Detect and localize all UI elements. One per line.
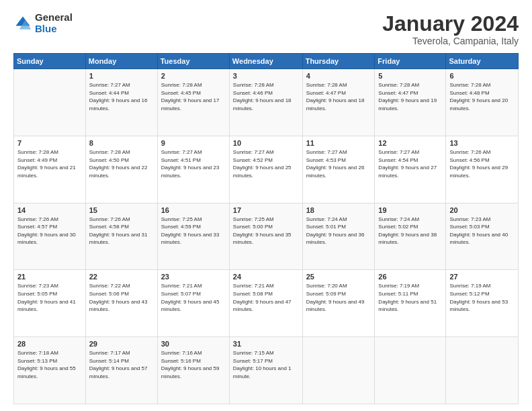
day-cell: 15Sunrise: 7:26 AMSunset: 4:58 PMDayligh…	[85, 203, 157, 270]
day-info: Sunrise: 7:23 AMSunset: 5:05 PMDaylight:…	[17, 282, 82, 313]
day-cell: 5Sunrise: 7:28 AMSunset: 4:47 PMDaylight…	[375, 69, 446, 136]
day-info: Sunrise: 7:23 AMSunset: 5:03 PMDaylight:…	[449, 216, 515, 246]
day-cell	[302, 337, 375, 404]
logo-text: General Blue	[35, 12, 73, 34]
day-info: Sunrise: 7:21 AMSunset: 5:08 PMDaylight:…	[233, 282, 299, 313]
day-number: 28	[17, 340, 82, 348]
day-info: Sunrise: 7:28 AMSunset: 4:45 PMDaylight:…	[161, 81, 226, 112]
day-cell: 24Sunrise: 7:21 AMSunset: 5:08 PMDayligh…	[229, 270, 302, 337]
day-number: 29	[89, 340, 154, 348]
day-info: Sunrise: 7:18 AMSunset: 5:13 PMDaylight:…	[17, 349, 82, 380]
week-row-2: 14Sunrise: 7:26 AMSunset: 4:57 PMDayligh…	[14, 203, 519, 270]
day-info: Sunrise: 7:19 AMSunset: 5:12 PMDaylight:…	[449, 282, 515, 313]
day-cell: 20Sunrise: 7:23 AMSunset: 5:03 PMDayligh…	[446, 203, 519, 270]
day-cell	[375, 337, 446, 404]
week-row-3: 21Sunrise: 7:23 AMSunset: 5:05 PMDayligh…	[14, 270, 519, 337]
week-row-0: 1Sunrise: 7:27 AMSunset: 4:44 PMDaylight…	[14, 69, 519, 136]
day-number: 27	[449, 273, 515, 281]
day-cell: 14Sunrise: 7:26 AMSunset: 4:57 PMDayligh…	[14, 203, 86, 270]
col-header-friday: Friday	[375, 54, 446, 69]
month-title: January 2024	[382, 12, 519, 36]
day-info: Sunrise: 7:26 AMSunset: 4:58 PMDaylight:…	[89, 216, 154, 246]
day-info: Sunrise: 7:27 AMSunset: 4:51 PMDaylight:…	[161, 148, 226, 179]
col-header-tuesday: Tuesday	[157, 54, 229, 69]
day-info: Sunrise: 7:28 AMSunset: 4:49 PMDaylight:…	[17, 148, 82, 179]
day-number: 7	[17, 139, 82, 147]
header: General Blue January 2024 Teverola, Camp…	[13, 12, 519, 46]
col-header-monday: Monday	[85, 54, 157, 69]
day-number: 16	[161, 206, 226, 214]
day-info: Sunrise: 7:19 AMSunset: 5:11 PMDaylight:…	[378, 282, 442, 313]
day-number: 6	[449, 72, 515, 80]
day-cell: 7Sunrise: 7:28 AMSunset: 4:49 PMDaylight…	[14, 136, 86, 203]
location-title: Teverola, Campania, Italy	[382, 36, 519, 46]
day-info: Sunrise: 7:28 AMSunset: 4:48 PMDaylight:…	[449, 81, 515, 112]
day-number: 30	[161, 340, 226, 348]
day-info: Sunrise: 7:27 AMSunset: 4:53 PMDaylight:…	[306, 148, 371, 179]
day-cell: 13Sunrise: 7:26 AMSunset: 4:56 PMDayligh…	[446, 136, 519, 203]
day-number: 25	[306, 273, 371, 281]
logo: General Blue	[13, 12, 73, 34]
day-cell	[14, 69, 86, 136]
day-cell: 29Sunrise: 7:17 AMSunset: 5:14 PMDayligh…	[85, 337, 157, 404]
day-number: 20	[449, 206, 515, 214]
day-cell: 28Sunrise: 7:18 AMSunset: 5:13 PMDayligh…	[14, 337, 86, 404]
day-cell: 21Sunrise: 7:23 AMSunset: 5:05 PMDayligh…	[14, 270, 86, 337]
day-info: Sunrise: 7:24 AMSunset: 5:02 PMDaylight:…	[378, 216, 442, 246]
day-info: Sunrise: 7:24 AMSunset: 5:01 PMDaylight:…	[306, 216, 371, 246]
day-number: 11	[306, 139, 371, 147]
day-number: 4	[306, 72, 371, 80]
day-number: 18	[306, 206, 371, 214]
day-cell: 30Sunrise: 7:16 AMSunset: 5:16 PMDayligh…	[157, 337, 229, 404]
day-number: 31	[233, 340, 299, 348]
day-info: Sunrise: 7:27 AMSunset: 4:54 PMDaylight:…	[378, 148, 442, 179]
day-cell: 6Sunrise: 7:28 AMSunset: 4:48 PMDaylight…	[446, 69, 519, 136]
day-number: 23	[161, 273, 226, 281]
day-info: Sunrise: 7:15 AMSunset: 5:17 PMDaylight:…	[233, 349, 299, 380]
day-number: 12	[378, 139, 442, 147]
col-header-wednesday: Wednesday	[229, 54, 302, 69]
day-number: 17	[233, 206, 299, 214]
day-number: 13	[449, 139, 515, 147]
day-number: 1	[89, 72, 154, 80]
col-header-sunday: Sunday	[14, 54, 86, 69]
day-number: 5	[378, 72, 442, 80]
day-number: 21	[17, 273, 82, 281]
day-info: Sunrise: 7:25 AMSunset: 4:59 PMDaylight:…	[161, 216, 226, 246]
day-number: 2	[161, 72, 226, 80]
day-cell: 26Sunrise: 7:19 AMSunset: 5:11 PMDayligh…	[375, 270, 446, 337]
day-info: Sunrise: 7:27 AMSunset: 4:52 PMDaylight:…	[233, 148, 299, 179]
day-cell: 16Sunrise: 7:25 AMSunset: 4:59 PMDayligh…	[157, 203, 229, 270]
title-block: January 2024 Teverola, Campania, Italy	[382, 12, 519, 46]
day-info: Sunrise: 7:20 AMSunset: 5:09 PMDaylight:…	[306, 282, 371, 313]
day-info: Sunrise: 7:28 AMSunset: 4:47 PMDaylight:…	[306, 81, 371, 112]
day-cell: 25Sunrise: 7:20 AMSunset: 5:09 PMDayligh…	[302, 270, 375, 337]
week-row-4: 28Sunrise: 7:18 AMSunset: 5:13 PMDayligh…	[14, 337, 519, 404]
header-row: SundayMondayTuesdayWednesdayThursdayFrid…	[14, 54, 519, 69]
day-number: 8	[89, 139, 154, 147]
day-number: 3	[233, 72, 299, 80]
day-info: Sunrise: 7:26 AMSunset: 4:57 PMDaylight:…	[17, 216, 82, 246]
day-cell: 4Sunrise: 7:28 AMSunset: 4:47 PMDaylight…	[302, 69, 375, 136]
day-cell: 18Sunrise: 7:24 AMSunset: 5:01 PMDayligh…	[302, 203, 375, 270]
day-info: Sunrise: 7:22 AMSunset: 5:06 PMDaylight:…	[89, 282, 154, 313]
day-number: 19	[378, 206, 442, 214]
logo-blue: Blue	[35, 24, 73, 35]
day-cell: 12Sunrise: 7:27 AMSunset: 4:54 PMDayligh…	[375, 136, 446, 203]
day-info: Sunrise: 7:25 AMSunset: 5:00 PMDaylight:…	[233, 216, 299, 246]
day-number: 9	[161, 139, 226, 147]
day-cell: 1Sunrise: 7:27 AMSunset: 4:44 PMDaylight…	[85, 69, 157, 136]
day-info: Sunrise: 7:28 AMSunset: 4:50 PMDaylight:…	[89, 148, 154, 179]
day-info: Sunrise: 7:21 AMSunset: 5:07 PMDaylight:…	[161, 282, 226, 313]
day-number: 14	[17, 206, 82, 214]
day-number: 24	[233, 273, 299, 281]
col-header-saturday: Saturday	[446, 54, 519, 69]
week-row-1: 7Sunrise: 7:28 AMSunset: 4:49 PMDaylight…	[14, 136, 519, 203]
day-number: 22	[89, 273, 154, 281]
day-cell	[446, 337, 519, 404]
day-cell: 31Sunrise: 7:15 AMSunset: 5:17 PMDayligh…	[229, 337, 302, 404]
day-cell: 2Sunrise: 7:28 AMSunset: 4:45 PMDaylight…	[157, 69, 229, 136]
day-cell: 3Sunrise: 7:28 AMSunset: 4:46 PMDaylight…	[229, 69, 302, 136]
day-cell: 27Sunrise: 7:19 AMSunset: 5:12 PMDayligh…	[446, 270, 519, 337]
day-info: Sunrise: 7:16 AMSunset: 5:16 PMDaylight:…	[161, 349, 226, 380]
